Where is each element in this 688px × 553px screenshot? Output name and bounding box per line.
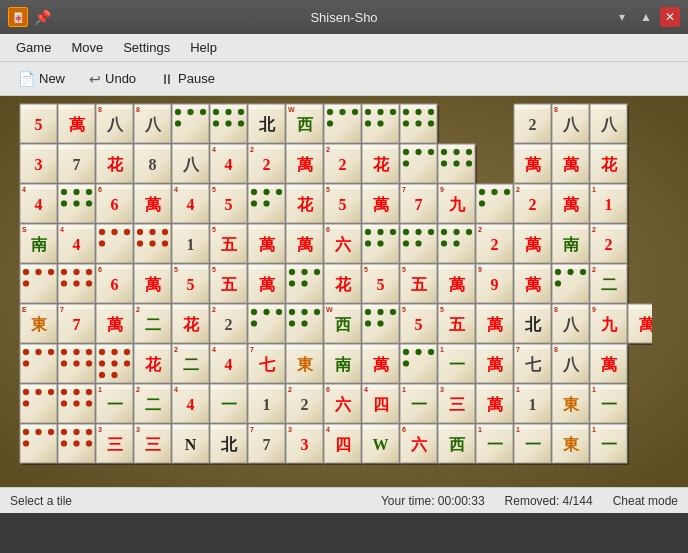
- toolbar: 📄 New ↩ Undo ⏸ Pause: [0, 62, 688, 96]
- menu-bar: Game Move Settings Help: [0, 34, 688, 62]
- new-button[interactable]: 📄 New: [8, 68, 75, 90]
- menu-move[interactable]: Move: [61, 36, 113, 59]
- undo-button[interactable]: ↩ Undo: [79, 68, 146, 90]
- menu-help[interactable]: Help: [180, 36, 227, 59]
- time-display: Your time: 00:00:33: [381, 494, 485, 508]
- game-area: [0, 96, 688, 487]
- pause-icon: ⏸: [160, 71, 174, 87]
- status-select-tile: Select a tile: [10, 494, 381, 508]
- status-right: Your time: 00:00:33 Removed: 4/144 Cheat…: [381, 494, 678, 508]
- new-label: New: [39, 71, 65, 86]
- undo-icon: ↩: [89, 71, 101, 87]
- pause-button[interactable]: ⏸ Pause: [150, 68, 225, 90]
- app-icon: 🀄: [8, 7, 28, 27]
- menu-settings[interactable]: Settings: [113, 36, 180, 59]
- undo-label: Undo: [105, 71, 136, 86]
- minimize-button[interactable]: ▾: [612, 7, 632, 27]
- removed-display: Removed: 4/144: [505, 494, 593, 508]
- maximize-button[interactable]: ▲: [636, 7, 656, 27]
- pin-icon: 📌: [34, 9, 51, 25]
- pause-label: Pause: [178, 71, 215, 86]
- title-bar-controls: ▾ ▲ ✕: [612, 7, 680, 27]
- new-icon: 📄: [18, 71, 35, 87]
- title-bar: 🀄 📌 Shisen-Sho ▾ ▲ ✕: [0, 0, 688, 34]
- menu-game[interactable]: Game: [6, 36, 61, 59]
- title-bar-left: 🀄 📌: [8, 7, 51, 27]
- cheat-mode-toggle[interactable]: Cheat mode: [613, 494, 678, 508]
- window-title: Shisen-Sho: [310, 10, 377, 25]
- status-bar: Select a tile Your time: 00:00:33 Remove…: [0, 487, 688, 513]
- tile-canvas[interactable]: [0, 96, 652, 487]
- close-button[interactable]: ✕: [660, 7, 680, 27]
